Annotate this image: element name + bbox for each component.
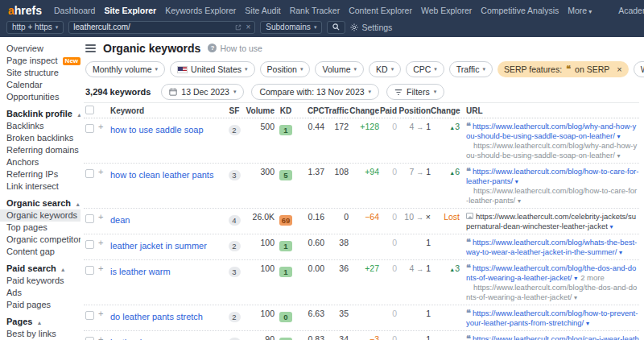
col-volume[interactable]: Volume bbox=[244, 106, 275, 115]
sidebar-section-pages[interactable]: Pages ▲ bbox=[0, 316, 80, 328]
sidebar-item-referring-domains[interactable]: Referring domains bbox=[0, 144, 80, 156]
url-dropdown-icon[interactable]: ▾ bbox=[617, 133, 620, 140]
col-position[interactable]: Position bbox=[397, 106, 431, 115]
col-change[interactable]: Change bbox=[349, 106, 379, 115]
nav-item-content-explorer[interactable]: Content Explorer bbox=[349, 6, 412, 15]
nav-item-dashboard[interactable]: Dashboard bbox=[54, 6, 95, 15]
clear-input-icon[interactable]: × bbox=[246, 23, 250, 31]
target-input-value[interactable]: leathercult.com/ bbox=[73, 23, 231, 31]
nav-item-site-audit[interactable]: Site Audit bbox=[245, 6, 280, 15]
add-keyword-icon[interactable]: + bbox=[98, 238, 110, 247]
keyword-link[interactable]: leather jacket in summer bbox=[110, 241, 207, 251]
sidebar-item-page-inspect[interactable]: Page inspectNew bbox=[0, 55, 80, 67]
col-traffic[interactable]: Traffic bbox=[324, 106, 349, 115]
filter-kd[interactable]: KD▾ bbox=[369, 61, 401, 77]
add-keyword-icon[interactable]: + bbox=[98, 334, 110, 340]
more-urls-link[interactable]: 2 more bbox=[580, 273, 605, 282]
serp-features-badge[interactable]: 2 bbox=[229, 125, 241, 135]
protocol-dropdown[interactable]: http + https▾ bbox=[6, 21, 64, 34]
url-dropdown-icon[interactable]: ▾ bbox=[619, 249, 622, 256]
sidebar-item-top-pages[interactable]: Top pages bbox=[0, 222, 80, 234]
keyword-link[interactable]: how to clean leather pants bbox=[110, 170, 213, 180]
col-sf[interactable]: SF bbox=[225, 106, 244, 115]
keyword-link[interactable]: is leather warm bbox=[110, 267, 171, 276]
url-dropdown-icon[interactable]: ▾ bbox=[609, 223, 613, 230]
nav-item-competitive-analysis[interactable]: Competitive Analysis bbox=[481, 6, 559, 15]
filter-united-states[interactable]: United States▾ bbox=[170, 61, 255, 77]
sidebar-section-paid-search[interactable]: Paid search ▲ bbox=[0, 263, 80, 275]
date-picker-button[interactable]: 13 Dec 2023▾ bbox=[161, 84, 244, 100]
sidebar-section-organic-search[interactable]: Organic search ▲ bbox=[0, 197, 80, 209]
filter-cpc[interactable]: CPC▾ bbox=[406, 61, 444, 77]
url-link[interactable]: https://www.leathercult.com/blog/the-dos… bbox=[466, 263, 636, 282]
url-dropdown-icon[interactable]: ▾ bbox=[617, 152, 620, 160]
filters-button[interactable]: Filters▾ bbox=[386, 84, 444, 100]
menu-toggle-icon[interactable] bbox=[85, 44, 96, 52]
col-paid[interactable]: Paid bbox=[379, 106, 397, 115]
serp-features-badge[interactable]: 3 bbox=[229, 267, 241, 277]
nav-item-site-explorer[interactable]: Site Explorer bbox=[104, 6, 156, 15]
sidebar-item-backlinks[interactable]: Backlinks bbox=[0, 120, 80, 132]
sidebar-item-anchors[interactable]: Anchors bbox=[0, 156, 80, 168]
nav-item-rank-tracker[interactable]: Rank Tracker bbox=[290, 6, 340, 15]
add-keyword-icon[interactable]: + bbox=[98, 309, 110, 318]
sidebar-item-best-by-links[interactable]: Best by links bbox=[0, 328, 80, 340]
sidebar-item-paid-keywords[interactable]: Paid keywords bbox=[0, 275, 80, 287]
nav-item-web-explorer[interactable]: Web Explorer bbox=[421, 6, 472, 15]
target-input[interactable]: leathercult.com/ × bbox=[68, 21, 255, 34]
filter-volume[interactable]: Volume▾ bbox=[315, 61, 364, 77]
sidebar-item-organic-keywords[interactable]: Organic keywords bbox=[0, 209, 80, 222]
row-checkbox[interactable] bbox=[85, 240, 94, 249]
sidebar-item-organic-competitors[interactable]: Organic competitors bbox=[0, 234, 80, 246]
filter-monthly-volume[interactable]: Monthly volume▾ bbox=[85, 61, 165, 77]
serp-features-chip[interactable]: SERP features:❝on SERP× bbox=[497, 61, 629, 77]
how-to-use-link[interactable]: ?How to use bbox=[208, 44, 262, 53]
url-link[interactable]: https://www.leathercult.com/blog/can-i-w… bbox=[466, 334, 639, 340]
url-link[interactable]: https://www.leathercult.com/blog/how-to-… bbox=[466, 309, 638, 327]
col-kd[interactable]: KD bbox=[275, 106, 297, 115]
serp-features-badge[interactable]: 4 bbox=[229, 215, 241, 226]
sidebar-item-overview[interactable]: Overview bbox=[0, 43, 80, 55]
sidebar-item-link-intersect[interactable]: Link intersect bbox=[0, 180, 80, 193]
filter-position[interactable]: Position▾ bbox=[260, 61, 311, 77]
nav-item-more[interactable]: More▾ bbox=[568, 6, 592, 15]
keyword-link[interactable]: how to use saddle soap bbox=[110, 125, 204, 135]
sidebar-item-paid-pages[interactable]: Paid pages bbox=[0, 299, 80, 311]
row-checkbox[interactable] bbox=[85, 337, 94, 340]
url-link[interactable]: https://www.leathercult.com/blog/whats-t… bbox=[466, 238, 637, 256]
keyword-link[interactable]: dean bbox=[110, 215, 130, 225]
sidebar-item-site-structure[interactable]: Site structure bbox=[0, 67, 80, 79]
row-checkbox[interactable] bbox=[85, 266, 94, 275]
url-dropdown-icon[interactable]: ▾ bbox=[586, 320, 589, 327]
serp-features-badge[interactable]: 2 bbox=[229, 241, 241, 251]
nav-item-keywords-explorer[interactable]: Keywords Explorer bbox=[165, 6, 236, 15]
sidebar-item-calendar[interactable]: Calendar bbox=[0, 79, 80, 91]
sidebar-item-ads[interactable]: Ads bbox=[0, 287, 80, 299]
add-keyword-icon[interactable]: + bbox=[98, 122, 110, 131]
ahrefs-logo[interactable]: ahrefs bbox=[8, 4, 42, 17]
open-external-icon[interactable] bbox=[235, 24, 242, 31]
filter-traffic[interactable]: Traffic▾ bbox=[449, 61, 493, 77]
add-keyword-icon[interactable]: + bbox=[98, 167, 110, 176]
add-keyword-icon[interactable]: + bbox=[98, 263, 110, 273]
col-cpc[interactable]: CPC bbox=[297, 106, 324, 115]
keyword-link[interactable]: do leather pants stretch bbox=[110, 312, 203, 321]
sidebar-item-opportunities[interactable]: Opportunities bbox=[0, 91, 80, 103]
sidebar-section-backlink-profile[interactable]: Backlink profile ▲ bbox=[0, 108, 80, 120]
url-link[interactable]: https://www.leathercult.com/blog/how-to-… bbox=[466, 167, 638, 185]
select-all-checkbox[interactable] bbox=[85, 106, 94, 114]
url-link[interactable]: https://www.leathercult.com/blog/why-and… bbox=[466, 122, 636, 140]
filter-word-count[interactable]: Word count▾ bbox=[634, 61, 644, 77]
sidebar-item-content-gap[interactable]: Content gap bbox=[0, 246, 80, 258]
settings-button[interactable]: Settings bbox=[350, 23, 392, 32]
col-keyword[interactable]: Keyword bbox=[110, 106, 225, 115]
serp-features-badge[interactable]: 3 bbox=[229, 170, 241, 180]
serp-features-badge[interactable]: 2 bbox=[229, 312, 241, 322]
row-checkbox[interactable] bbox=[85, 124, 94, 133]
sidebar-item-broken-backlinks[interactable]: Broken backlinks bbox=[0, 132, 80, 144]
search-button[interactable] bbox=[327, 21, 345, 34]
url-dropdown-icon[interactable]: ▾ bbox=[574, 294, 577, 301]
row-checkbox[interactable] bbox=[85, 311, 94, 320]
url-dropdown-icon[interactable]: ▾ bbox=[515, 178, 518, 185]
url-dropdown-icon[interactable]: ▾ bbox=[574, 275, 577, 282]
